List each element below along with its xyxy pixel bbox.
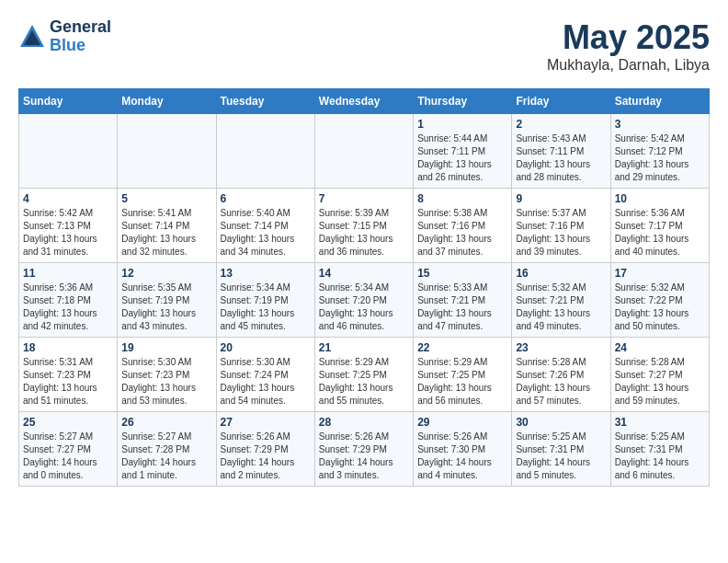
title-block: May 2025 Mukhayla, Darnah, Libya: [547, 18, 710, 74]
day-number: 1: [417, 118, 507, 131]
day-number: 22: [417, 341, 507, 354]
day-info: Sunrise: 5:42 AM Sunset: 7:12 PM Dayligh…: [615, 132, 705, 184]
day-info: Sunrise: 5:25 AM Sunset: 7:31 PM Dayligh…: [516, 431, 606, 482]
day-info: Sunrise: 5:29 AM Sunset: 7:25 PM Dayligh…: [417, 356, 507, 408]
day-info: Sunrise: 5:27 AM Sunset: 7:27 PM Dayligh…: [23, 431, 113, 482]
header-wednesday: Wednesday: [314, 89, 413, 114]
day-info: Sunrise: 5:38 AM Sunset: 7:16 PM Dayligh…: [417, 207, 507, 259]
calendar-week-4: 18Sunrise: 5:31 AM Sunset: 7:23 PM Dayli…: [19, 338, 710, 412]
day-number: 15: [417, 267, 507, 280]
header-row: Sunday Monday Tuesday Wednesday Thursday…: [19, 89, 710, 114]
day-info: Sunrise: 5:26 AM Sunset: 7:29 PM Dayligh…: [221, 431, 311, 482]
header-tuesday: Tuesday: [216, 89, 314, 114]
calendar-header: Sunday Monday Tuesday Wednesday Thursday…: [19, 89, 710, 114]
calendar-cell: [19, 114, 118, 189]
day-info: Sunrise: 5:34 AM Sunset: 7:20 PM Dayligh…: [319, 282, 409, 333]
day-info: Sunrise: 5:40 AM Sunset: 7:14 PM Dayligh…: [221, 207, 311, 259]
day-info: Sunrise: 5:31 AM Sunset: 7:23 PM Dayligh…: [23, 356, 113, 408]
calendar-body: 1Sunrise: 5:44 AM Sunset: 7:11 PM Daylig…: [19, 114, 710, 487]
day-info: Sunrise: 5:34 AM Sunset: 7:19 PM Dayligh…: [221, 282, 311, 333]
calendar-week-5: 25Sunrise: 5:27 AM Sunset: 7:27 PM Dayli…: [19, 412, 710, 487]
day-number: 25: [23, 416, 113, 429]
calendar-cell: 11Sunrise: 5:36 AM Sunset: 7:18 PM Dayli…: [19, 263, 118, 338]
day-number: 18: [23, 341, 113, 354]
day-number: 20: [221, 341, 311, 354]
header-monday: Monday: [118, 89, 216, 114]
day-number: 30: [516, 416, 606, 429]
calendar-cell: 23Sunrise: 5:28 AM Sunset: 7:26 PM Dayli…: [512, 338, 610, 412]
calendar-week-3: 11Sunrise: 5:36 AM Sunset: 7:18 PM Dayli…: [19, 263, 710, 338]
calendar-title: May 2025: [547, 18, 710, 57]
day-info: Sunrise: 5:28 AM Sunset: 7:26 PM Dayligh…: [516, 356, 606, 408]
day-number: 29: [417, 416, 507, 429]
day-number: 28: [319, 416, 409, 429]
day-number: 3: [615, 118, 705, 131]
day-number: 4: [23, 192, 113, 205]
day-info: Sunrise: 5:35 AM Sunset: 7:19 PM Dayligh…: [121, 282, 211, 333]
calendar-cell: 30Sunrise: 5:25 AM Sunset: 7:31 PM Dayli…: [512, 412, 610, 487]
day-number: 24: [615, 341, 705, 354]
day-number: 9: [516, 192, 606, 205]
calendar-cell: 24Sunrise: 5:28 AM Sunset: 7:27 PM Dayli…: [610, 338, 709, 412]
calendar-cell: 16Sunrise: 5:32 AM Sunset: 7:21 PM Dayli…: [512, 263, 610, 338]
day-number: 6: [221, 192, 311, 205]
day-number: 17: [615, 267, 705, 280]
day-number: 27: [221, 416, 311, 429]
day-number: 26: [121, 416, 211, 429]
header-sunday: Sunday: [19, 89, 118, 114]
calendar-cell: 13Sunrise: 5:34 AM Sunset: 7:19 PM Dayli…: [216, 263, 314, 338]
day-number: 14: [319, 267, 409, 280]
calendar-cell: 5Sunrise: 5:41 AM Sunset: 7:14 PM Daylig…: [118, 189, 216, 263]
day-info: Sunrise: 5:30 AM Sunset: 7:23 PM Dayligh…: [121, 356, 211, 408]
day-info: Sunrise: 5:36 AM Sunset: 7:18 PM Dayligh…: [23, 282, 113, 333]
calendar-cell: 25Sunrise: 5:27 AM Sunset: 7:27 PM Dayli…: [19, 412, 118, 487]
day-info: Sunrise: 5:43 AM Sunset: 7:11 PM Dayligh…: [516, 132, 606, 184]
calendar-cell: 2Sunrise: 5:43 AM Sunset: 7:11 PM Daylig…: [512, 114, 610, 189]
day-number: 5: [121, 192, 211, 205]
header-thursday: Thursday: [414, 89, 512, 114]
day-number: 7: [319, 192, 409, 205]
calendar-cell: 28Sunrise: 5:26 AM Sunset: 7:29 PM Dayli…: [314, 412, 413, 487]
day-number: 12: [121, 267, 211, 280]
calendar-cell: [118, 114, 216, 189]
calendar-cell: 29Sunrise: 5:26 AM Sunset: 7:30 PM Dayli…: [414, 412, 512, 487]
day-info: Sunrise: 5:30 AM Sunset: 7:24 PM Dayligh…: [221, 356, 311, 408]
day-info: Sunrise: 5:39 AM Sunset: 7:15 PM Dayligh…: [319, 207, 409, 259]
calendar-cell: 7Sunrise: 5:39 AM Sunset: 7:15 PM Daylig…: [314, 189, 413, 263]
calendar-cell: 10Sunrise: 5:36 AM Sunset: 7:17 PM Dayli…: [610, 189, 709, 263]
calendar-cell: 20Sunrise: 5:30 AM Sunset: 7:24 PM Dayli…: [216, 338, 314, 412]
calendar-cell: 27Sunrise: 5:26 AM Sunset: 7:29 PM Dayli…: [216, 412, 314, 487]
day-info: Sunrise: 5:32 AM Sunset: 7:21 PM Dayligh…: [516, 282, 606, 333]
calendar-cell: 3Sunrise: 5:42 AM Sunset: 7:12 PM Daylig…: [610, 114, 709, 189]
calendar-cell: 19Sunrise: 5:30 AM Sunset: 7:23 PM Dayli…: [118, 338, 216, 412]
day-info: Sunrise: 5:41 AM Sunset: 7:14 PM Dayligh…: [121, 207, 211, 259]
page-header: General Blue May 2025 Mukhayla, Darnah, …: [18, 18, 710, 74]
header-saturday: Saturday: [610, 89, 709, 114]
day-info: Sunrise: 5:33 AM Sunset: 7:21 PM Dayligh…: [417, 282, 507, 333]
day-number: 31: [615, 416, 705, 429]
calendar-cell: [216, 114, 314, 189]
day-info: Sunrise: 5:25 AM Sunset: 7:31 PM Dayligh…: [615, 431, 705, 482]
calendar-cell: 17Sunrise: 5:32 AM Sunset: 7:22 PM Dayli…: [610, 263, 709, 338]
logo-blue: Blue: [50, 37, 111, 55]
calendar-table: Sunday Monday Tuesday Wednesday Thursday…: [18, 88, 710, 487]
day-info: Sunrise: 5:32 AM Sunset: 7:22 PM Dayligh…: [615, 282, 705, 333]
calendar-cell: 4Sunrise: 5:42 AM Sunset: 7:13 PM Daylig…: [19, 189, 118, 263]
day-info: Sunrise: 5:36 AM Sunset: 7:17 PM Dayligh…: [615, 207, 705, 259]
logo: General Blue: [18, 18, 111, 55]
day-info: Sunrise: 5:28 AM Sunset: 7:27 PM Dayligh…: [615, 356, 705, 408]
calendar-week-2: 4Sunrise: 5:42 AM Sunset: 7:13 PM Daylig…: [19, 189, 710, 263]
day-number: 16: [516, 267, 606, 280]
calendar-cell: 8Sunrise: 5:38 AM Sunset: 7:16 PM Daylig…: [414, 189, 512, 263]
logo-general: General: [50, 18, 111, 37]
day-number: 2: [516, 118, 606, 131]
day-number: 13: [221, 267, 311, 280]
calendar-cell: 15Sunrise: 5:33 AM Sunset: 7:21 PM Dayli…: [414, 263, 512, 338]
day-number: 10: [615, 192, 705, 205]
calendar-cell: 21Sunrise: 5:29 AM Sunset: 7:25 PM Dayli…: [314, 338, 413, 412]
day-number: 19: [121, 341, 211, 354]
calendar-cell: 6Sunrise: 5:40 AM Sunset: 7:14 PM Daylig…: [216, 189, 314, 263]
day-number: 11: [23, 267, 113, 280]
calendar-subtitle: Mukhayla, Darnah, Libya: [547, 57, 710, 74]
calendar-cell: 26Sunrise: 5:27 AM Sunset: 7:28 PM Dayli…: [118, 412, 216, 487]
